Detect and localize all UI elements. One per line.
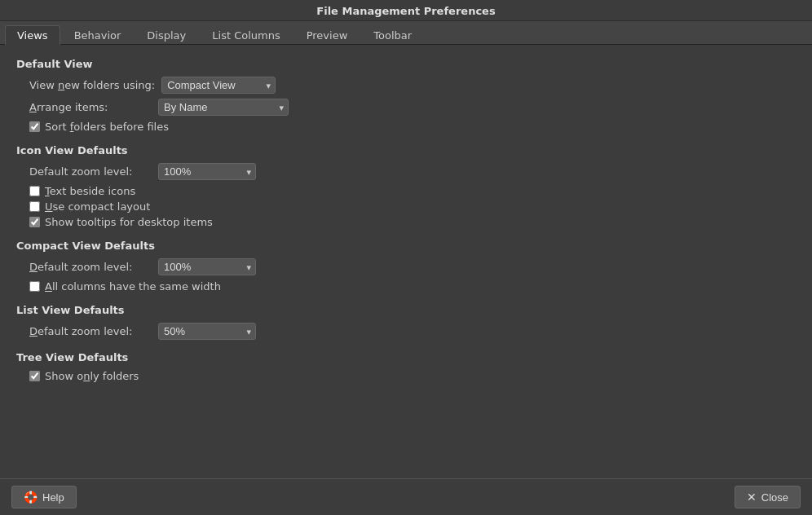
use-compact-checkbox[interactable]: [29, 201, 40, 212]
content-area: Default View View new folders using: Com…: [0, 45, 812, 478]
window-title: File Management Preferences: [316, 5, 495, 17]
tab-bar: Views Behavior Display List Columns Prev…: [0, 21, 812, 45]
tree-view-title: Tree View Defaults: [16, 351, 796, 363]
list-zoom-label: Default zoom level:: [29, 325, 152, 337]
help-icon: 🛟: [24, 491, 38, 504]
tab-toolbar[interactable]: Toolbar: [361, 25, 424, 45]
tab-preview[interactable]: Preview: [294, 25, 360, 45]
all-columns-checkbox[interactable]: [29, 281, 40, 292]
use-compact-label[interactable]: Use compact layout: [45, 200, 150, 213]
bottom-bar: 🛟 Help ✕ Close: [0, 478, 812, 515]
icon-zoom-select[interactable]: 50% 66% 75% 100% 150% 200%: [158, 163, 256, 180]
icon-view-title: Icon View Defaults: [16, 144, 796, 156]
tab-display[interactable]: Display: [135, 25, 198, 45]
list-zoom-row: Default zoom level: 25% 33% 50% 66% 75% …: [16, 323, 796, 340]
main-window: File Management Preferences Views Behavi…: [0, 0, 812, 515]
sort-folders-label[interactable]: Sort folders before files: [45, 121, 169, 133]
all-columns-row: All columns have the same width: [16, 280, 796, 293]
close-icon: ✕: [747, 491, 757, 504]
show-tooltips-label[interactable]: Show tooltips for desktop items: [45, 216, 213, 228]
help-button[interactable]: 🛟 Help: [11, 486, 77, 508]
close-label: Close: [761, 491, 788, 504]
show-tooltips-row: Show tooltips for desktop items: [16, 216, 796, 228]
text-beside-icons-row: Text beside icons: [16, 185, 796, 197]
arrange-items-select-wrapper: By Name By Size By Type By Date Modified: [158, 99, 289, 116]
all-columns-label[interactable]: All columns have the same width: [45, 280, 221, 293]
compact-zoom-select-wrapper: 50% 66% 75% 100% 150% 200%: [158, 258, 256, 275]
show-only-folders-row: Show only folders: [16, 370, 796, 382]
default-view-title: Default View: [16, 58, 796, 70]
icon-zoom-select-wrapper: 50% 66% 75% 100% 150% 200%: [158, 163, 256, 180]
help-label: Help: [42, 491, 64, 504]
compact-zoom-select[interactable]: 50% 66% 75% 100% 150% 200%: [158, 258, 256, 275]
tab-views[interactable]: Views: [5, 25, 60, 45]
view-new-folders-label: View new folders using:: [29, 79, 155, 91]
sort-folders-checkbox[interactable]: [29, 121, 40, 132]
arrange-items-select[interactable]: By Name By Size By Type By Date Modified: [158, 99, 289, 116]
tab-list-columns[interactable]: List Columns: [200, 25, 292, 45]
compact-zoom-label: Default zoom level:: [29, 261, 152, 273]
view-new-folders-row: View new folders using: Compact View Ico…: [16, 77, 796, 94]
text-beside-icons-label[interactable]: Text beside icons: [45, 185, 135, 197]
icon-zoom-label: Default zoom level:: [29, 165, 152, 178]
arrange-items-row: Arrange items: By Name By Size By Type B…: [16, 99, 796, 116]
title-bar: File Management Preferences: [0, 0, 812, 21]
sort-folders-row: Sort folders before files: [16, 121, 796, 133]
use-compact-row: Use compact layout: [16, 200, 796, 213]
list-zoom-select[interactable]: 25% 33% 50% 66% 75% 100%: [158, 323, 256, 340]
show-only-folders-checkbox[interactable]: [29, 371, 40, 381]
show-tooltips-checkbox[interactable]: [29, 217, 40, 227]
view-new-folders-select-wrapper: Compact View Icon View List View: [161, 77, 276, 94]
text-beside-icons-checkbox[interactable]: [29, 186, 40, 196]
list-view-title: List View Defaults: [16, 304, 796, 316]
icon-zoom-row: Default zoom level: 50% 66% 75% 100% 150…: [16, 163, 796, 180]
tab-behavior[interactable]: Behavior: [62, 25, 134, 45]
list-zoom-select-wrapper: 25% 33% 50% 66% 75% 100%: [158, 323, 256, 340]
compact-view-title: Compact View Defaults: [16, 240, 796, 252]
close-button[interactable]: ✕ Close: [735, 486, 801, 508]
compact-zoom-row: Default zoom level: 50% 66% 75% 100% 150…: [16, 258, 796, 275]
arrange-items-label: Arrange items:: [29, 101, 152, 113]
view-new-folders-select[interactable]: Compact View Icon View List View: [161, 77, 276, 94]
show-only-folders-label[interactable]: Show only folders: [45, 370, 139, 382]
